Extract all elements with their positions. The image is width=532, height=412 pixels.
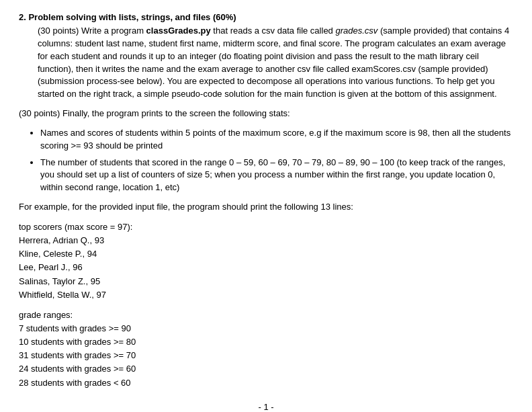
bullet-item-1: Names and scores of students within 5 po… xyxy=(40,127,513,153)
page: 2. Problem solving with lists, strings, … xyxy=(0,0,532,412)
top-scorer-4: Salinas, Taylor Z., 95 xyxy=(19,275,513,288)
example-intro: For example, for the provided input file… xyxy=(19,201,513,214)
top-scorers-label: top scorers (max score = 97): xyxy=(19,220,513,234)
grade-ranges-block: grade ranges: 7 students with grades >= … xyxy=(19,308,513,390)
part1-intro-text: (30 points) Write a program xyxy=(38,26,146,36)
part1-middle-text: that reads a csv data file called xyxy=(211,26,336,36)
top-scorers-block: top scorers (max score = 97): Herrera, A… xyxy=(19,220,513,302)
top-scorer-3: Lee, Pearl J., 96 xyxy=(19,261,513,274)
part2-intro: (30 points) Finally, the program prints … xyxy=(19,108,513,120)
bullet-list: Names and scores of students within 5 po… xyxy=(40,127,513,194)
grade-ranges-label: grade ranges: xyxy=(19,308,513,322)
grade-range-2: 10 students with grades >= 80 xyxy=(19,335,513,349)
grade-range-4: 24 students with grades >= 60 xyxy=(19,362,513,376)
grade-range-3: 31 students with grades >= 70 xyxy=(19,349,513,362)
bullet-item-2: The number of students that scored in th… xyxy=(40,157,513,195)
part1-filename: classGrades.py xyxy=(146,26,211,36)
top-scorer-2: Kline, Celeste P., 94 xyxy=(19,247,513,261)
top-scorer-5: Whitfield, Stella W., 97 xyxy=(19,288,513,302)
grade-range-5: 28 students with grades < 60 xyxy=(19,376,513,390)
part1-csvfile: grades.csv xyxy=(335,26,378,36)
page-footer: - 1 - xyxy=(19,402,513,412)
part1-paragraph: (30 points) Write a program classGrades.… xyxy=(38,25,513,101)
top-scorer-1: Herrera, Adrian Q., 93 xyxy=(19,234,513,247)
section-heading: 2. Problem solving with lists, strings, … xyxy=(19,12,513,22)
grade-range-1: 7 students with grades >= 90 xyxy=(19,322,513,335)
part1-rest-text: (sample provided) that contains 4 column… xyxy=(38,26,509,99)
